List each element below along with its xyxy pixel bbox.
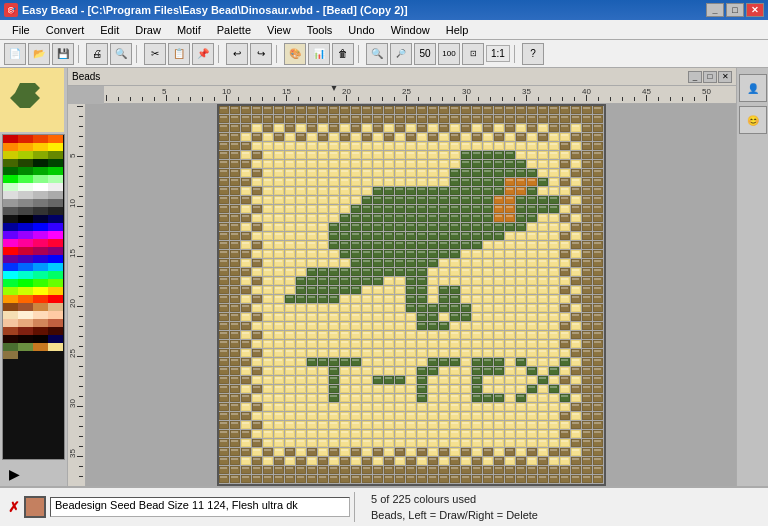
maximize-button[interactable]: □ — [726, 3, 744, 17]
right-tool-1[interactable]: 👤 — [739, 74, 767, 102]
menu-motif[interactable]: Motif — [169, 22, 209, 38]
zoom-level: 1:1 — [486, 45, 510, 62]
menu-undo[interactable]: Undo — [340, 22, 382, 38]
palette-grid[interactable] — [3, 135, 63, 359]
arrow-tool: ▶ — [4, 464, 24, 484]
chart-button[interactable]: 📊 — [308, 43, 330, 65]
bead-design-canvas[interactable] — [217, 104, 606, 486]
delete-button[interactable]: 🗑 — [332, 43, 354, 65]
mdi-close[interactable]: ✕ — [718, 71, 732, 83]
bead-canvas[interactable] — [86, 104, 736, 486]
ruler-left-canvas — [68, 104, 83, 486]
minimize-button[interactable]: _ — [706, 3, 724, 17]
title-bar: 🎯 Easy Bead - [C:\Program Files\Easy Bea… — [0, 0, 768, 20]
menu-tools[interactable]: Tools — [299, 22, 341, 38]
toolbar-sep5 — [358, 45, 362, 63]
color-swatch — [24, 496, 46, 518]
color-name-field: Beadesign Seed Bead Size 11 124, Flesh u… — [50, 497, 350, 517]
menu-bar: File Convert Edit Draw Motif Palette Vie… — [0, 20, 768, 40]
mdi-minimize[interactable]: _ — [688, 71, 702, 83]
palette-preview — [0, 68, 64, 132]
menu-help[interactable]: Help — [438, 22, 477, 38]
save-button[interactable]: 💾 — [52, 43, 74, 65]
ruler-top — [104, 86, 736, 104]
status-bar: ✗ Beadesign Seed Bead Size 11 124, Flesh… — [0, 486, 768, 526]
menu-edit[interactable]: Edit — [92, 22, 127, 38]
copy-button[interactable]: 📋 — [168, 43, 190, 65]
mdi-maximize[interactable]: □ — [703, 71, 717, 83]
undo-button[interactable]: ↩ — [226, 43, 248, 65]
toolbar-sep3 — [218, 45, 222, 63]
status-divider1 — [354, 492, 355, 522]
paste-button[interactable]: 📌 — [192, 43, 214, 65]
sub-window-titlebar: Beads _ □ ✕ — [68, 68, 736, 86]
close-button[interactable]: ✕ — [746, 3, 764, 17]
app-icon: 🎯 — [4, 3, 18, 17]
open-button[interactable]: 📂 — [28, 43, 50, 65]
toolbar-sep2 — [136, 45, 140, 63]
new-button[interactable]: 📄 — [4, 43, 26, 65]
colours-used: 5 of 225 colours used — [367, 491, 480, 507]
print-button[interactable]: 🖨 — [86, 43, 108, 65]
window-title: Easy Bead - [C:\Program Files\Easy Bead\… — [22, 4, 706, 16]
x-mark[interactable]: ✗ — [8, 499, 20, 515]
zoom-100-button[interactable]: 100 — [438, 43, 460, 65]
colors-button[interactable]: 🎨 — [284, 43, 306, 65]
window-controls: _ □ ✕ — [706, 3, 764, 17]
mdi-controls: _ □ ✕ — [688, 71, 732, 83]
menu-convert[interactable]: Convert — [38, 22, 93, 38]
zoom-50-button[interactable]: 50 — [414, 43, 436, 65]
toolbar-sep6 — [514, 45, 518, 63]
menu-draw[interactable]: Draw — [127, 22, 169, 38]
cut-button[interactable]: ✂ — [144, 43, 166, 65]
zoom-fit-button[interactable]: ⊡ — [462, 43, 484, 65]
menu-window[interactable]: Window — [383, 22, 438, 38]
color-palette[interactable] — [2, 134, 65, 460]
toolbar-sep1 — [78, 45, 82, 63]
preview-button[interactable]: 🔍 — [110, 43, 132, 65]
help-button[interactable]: ? — [522, 43, 544, 65]
toolbar: 📄 📂 💾 🖨 🔍 ✂ 📋 📌 ↩ ↪ 🎨 📊 🗑 🔍 🔎 50 100 ⊡ 1… — [0, 40, 768, 68]
toolbar-sep4 — [276, 45, 280, 63]
canvas-area: Beads _ □ ✕ — [68, 68, 736, 486]
zoom-out-button[interactable]: 🔍 — [366, 43, 388, 65]
ruler-left — [68, 104, 86, 486]
sub-window-title: Beads — [72, 71, 100, 82]
beads-status: Beads, Left = Draw/Right = Delete — [367, 507, 542, 523]
menu-view[interactable]: View — [259, 22, 299, 38]
main-area: ▶ Beads _ □ ✕ 👤 😊 — [0, 68, 768, 486]
menu-file[interactable]: File — [4, 22, 38, 38]
status-right: 5 of 225 colours used Beads, Left = Draw… — [359, 491, 764, 523]
zoom-in-button[interactable]: 🔎 — [390, 43, 412, 65]
menu-palette[interactable]: Palette — [209, 22, 259, 38]
right-panel: 👤 😊 — [736, 68, 768, 486]
ruler-top-canvas — [104, 86, 736, 101]
redo-button[interactable]: ↪ — [250, 43, 272, 65]
left-panel: ▶ — [0, 68, 68, 486]
right-tool-2[interactable]: 😊 — [739, 106, 767, 134]
